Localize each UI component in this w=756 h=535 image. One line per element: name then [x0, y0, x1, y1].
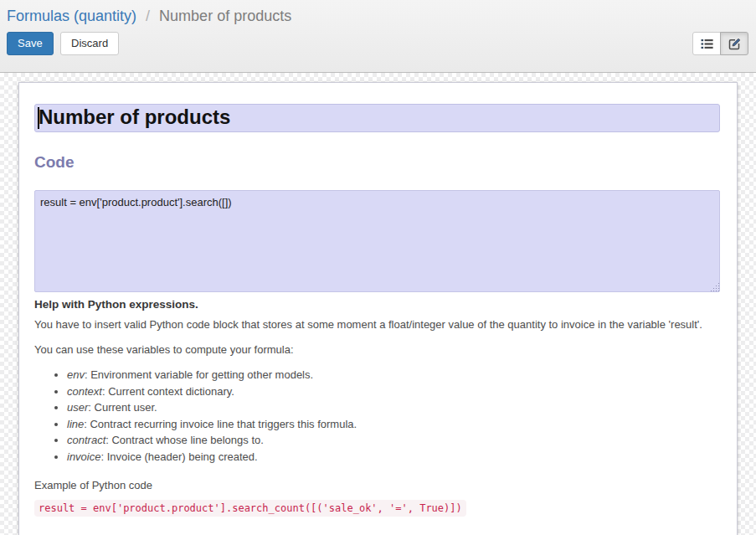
variable-item-contract: contract: Contract whose line belongs to…: [67, 432, 720, 449]
form-sheet: Code result = env['product.product'].sea…: [18, 82, 738, 535]
variable-item-user: user: Current user.: [67, 399, 720, 416]
help-heading: Help with Python expressions.: [34, 298, 720, 311]
breadcrumb-separator: /: [141, 8, 155, 24]
discard-button[interactable]: Discard: [60, 32, 119, 55]
edit-pencil-icon: [728, 38, 741, 50]
form-view-button[interactable]: [720, 32, 748, 55]
variable-item-env: env: Environment variable for getting ot…: [67, 367, 720, 383]
form-editable-area: Code result = env['product.product'].sea…: [0, 73, 756, 535]
variable-name: line: [67, 418, 84, 430]
text-cursor: [38, 107, 39, 129]
list-view-button[interactable]: [692, 32, 721, 55]
help-block: Help with Python expressions. You have t…: [34, 298, 720, 517]
variables-list: env: Environment variable for getting ot…: [34, 367, 720, 465]
variable-name: invoice: [67, 450, 100, 463]
code-section-label: Code: [34, 153, 720, 172]
breadcrumb-parent-link[interactable]: Formulas (quantity): [7, 8, 136, 24]
form-view-page: Formulas (quantity) / Number of products…: [0, 0, 756, 535]
variable-name: contract: [67, 434, 105, 446]
record-buttons: Save Discard: [7, 32, 119, 55]
variable-name: context: [67, 385, 102, 398]
variable-item-context: context: Current context dictionary.: [67, 383, 720, 400]
toolbar: Save Discard: [0, 31, 756, 55]
breadcrumb: Formulas (quantity) / Number of products: [0, 0, 756, 31]
name-field-input[interactable]: [34, 104, 720, 132]
save-button[interactable]: Save: [7, 32, 54, 55]
variable-item-line: line: Contract recurring invoice line th…: [67, 416, 720, 433]
variable-name: user: [67, 401, 88, 414]
help-paragraph-result: You have to insert valid Python code blo…: [34, 318, 720, 331]
variable-description: : Invoice (header) being created.: [100, 450, 257, 463]
view-manager-header: Formulas (quantity) / Number of products…: [0, 0, 756, 73]
variable-item-invoice: invoice: Invoice (header) being created.: [67, 449, 720, 466]
variable-description: : Current user.: [88, 401, 157, 414]
variable-description: : Environment variable for getting other…: [85, 368, 313, 381]
code-field-wrap: result = env['product.product'].search([…: [34, 190, 720, 292]
code-field-textarea[interactable]: result = env['product.product'].search([…: [34, 190, 720, 292]
title-field-wrap: [34, 104, 720, 132]
variable-description: : Current context dictionary.: [102, 385, 234, 398]
breadcrumb-current: Number of products: [159, 8, 291, 24]
view-switcher: [692, 32, 748, 55]
variable-description: : Contract recurring invoice line that t…: [84, 418, 357, 430]
help-paragraph-variables: You can use these variables to compute y…: [34, 343, 720, 356]
example-code: result = env['product.product'].search_c…: [34, 500, 466, 517]
list-icon: [701, 39, 713, 49]
variable-name: env: [67, 368, 85, 381]
example-label: Example of Python code: [34, 479, 720, 491]
variable-description: : Contract whose line belongs to.: [105, 434, 264, 446]
